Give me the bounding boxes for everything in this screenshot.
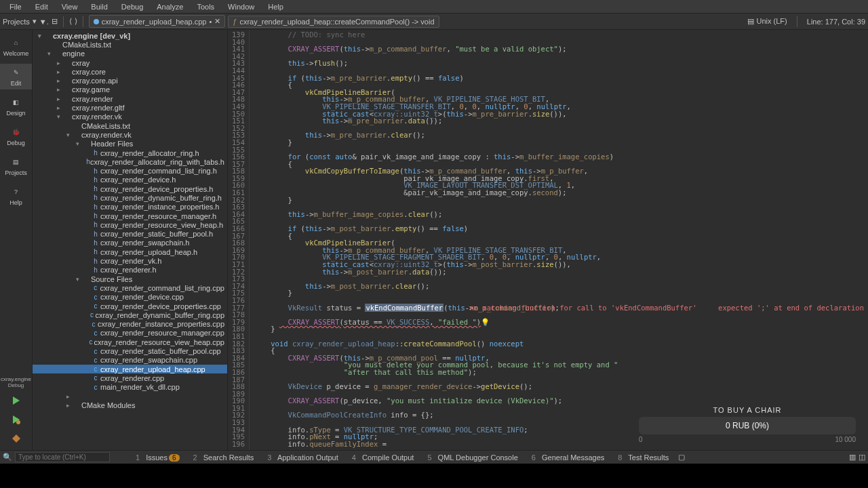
code-line[interactable]: "after that call this method"); bbox=[254, 369, 868, 376]
build-button[interactable] bbox=[9, 431, 24, 446]
tree-node[interactable]: hcxray_renderer.h bbox=[33, 266, 227, 274]
tree-node[interactable]: hcxray_render_device_properties.h bbox=[33, 184, 227, 193]
tree-node[interactable]: hcxray_render_static_buffer_pool.h bbox=[33, 230, 227, 239]
tree-node[interactable]: hcxray_render_resource_manager.h bbox=[33, 211, 227, 220]
menu-debug[interactable]: Debug bbox=[115, 1, 150, 12]
menu-build[interactable]: Build bbox=[84, 1, 114, 12]
code-line[interactable]: this->m_buffer_image_copies.clear(); bbox=[254, 211, 868, 218]
editor-tab-active[interactable]: cxray_render_upload_heap.cpp • ✕ bbox=[89, 15, 226, 28]
tree-node[interactable]: hcxray_render_allocator_ring_with_tabs.h bbox=[33, 157, 227, 166]
tree-node[interactable]: ▾ Source Files bbox=[33, 274, 227, 283]
menu-help[interactable]: Help bbox=[261, 1, 290, 12]
code-line[interactable]: for (const auto& pair_vk_image_and_image… bbox=[254, 153, 868, 161]
menu-file[interactable]: File bbox=[3, 1, 28, 12]
menu-view[interactable]: View bbox=[55, 1, 85, 12]
sidebar-toggle-icon[interactable]: ▥ bbox=[849, 453, 856, 462]
tree-node[interactable]: hcxray_render_dynamic_buffer_ring.h bbox=[33, 193, 227, 202]
tree-node[interactable]: hcxray_render_upload_heap.h bbox=[33, 247, 227, 256]
code-line[interactable]: VkDevice p_device = g_manager_render_dev… bbox=[254, 383, 868, 390]
locator-input[interactable] bbox=[15, 452, 110, 462]
code-line[interactable]: void cxray_render_upload_heap::createCom… bbox=[254, 340, 868, 348]
tree-node[interactable]: hcxray_render_swapchain.h bbox=[33, 239, 227, 247]
forward-icon[interactable]: ⟩ bbox=[75, 17, 77, 26]
code-line[interactable]: this->m_pre_barrier.clear(); bbox=[254, 131, 868, 139]
code-line[interactable]: &pair_vk_image_and_image_copy.second); bbox=[254, 189, 868, 197]
tree-node[interactable]: hcxray_render_command_list_ring.h bbox=[33, 166, 227, 175]
output-pane-tab[interactable]: 2 Search Results bbox=[185, 452, 258, 463]
code-line[interactable]: // TODO: sync here bbox=[254, 31, 868, 39]
tree-node[interactable]: ccxray_render_command_list_ring.cpp bbox=[33, 283, 227, 292]
tree-node[interactable]: CMakeLists.txt bbox=[33, 40, 227, 49]
output-pane-tab[interactable]: 3 Application Output bbox=[259, 452, 342, 463]
back-icon[interactable]: ⟨ bbox=[69, 17, 72, 26]
code-line[interactable]: CXRAY_ASSERT(this->m_p_command_buffer, "… bbox=[254, 45, 868, 53]
tree-node[interactable]: ccxray_render_device_properties.cpp bbox=[33, 302, 227, 310]
code-line[interactable]: if (this->m_pre_barrier.empty() == false… bbox=[254, 75, 868, 82]
code-line[interactable] bbox=[254, 297, 868, 304]
tree-node[interactable]: ▾ Header Files bbox=[33, 140, 227, 148]
menu-edit[interactable]: Edit bbox=[28, 1, 55, 12]
tree-node[interactable]: ▾ cxray.render.vk bbox=[33, 130, 227, 139]
close-panes-icon[interactable]: ▢ bbox=[678, 453, 685, 462]
code-line[interactable]: this->flush(); bbox=[254, 60, 868, 67]
filter-icon[interactable]: ▼. bbox=[39, 18, 49, 26]
code-line[interactable]: if (this->m_post_barrier.empty() == fals… bbox=[254, 225, 868, 232]
tree-node[interactable]: cmain_render_vk_dll.cpp bbox=[33, 383, 227, 392]
code-line[interactable]: } bbox=[254, 197, 868, 204]
tree-node[interactable]: ccxray_render_static_buffer_pool.cpp bbox=[33, 346, 227, 355]
code-line[interactable]: } bbox=[254, 139, 868, 146]
tree-node[interactable]: hcxray_render_resource_view_heap.h bbox=[33, 220, 227, 229]
tree-node[interactable]: ccxray_render_dynamic_buffer_ring.cpp bbox=[33, 310, 227, 319]
line-ending-selector[interactable]: ▤ Unix (LF) bbox=[747, 17, 787, 26]
tree-node[interactable]: ▾ cxray.render.vk bbox=[33, 113, 227, 121]
code-area[interactable]: // TODO: sync here CXRAY_ASSERT(this->m_… bbox=[250, 30, 868, 450]
menu-analyze[interactable]: Analyze bbox=[150, 1, 190, 12]
tree-node[interactable]: ▸ cxray.core bbox=[33, 67, 227, 76]
tree-node[interactable]: hcxray_render_allocator_ring.h bbox=[33, 148, 227, 157]
tree-node[interactable]: ▸ cxray.game bbox=[33, 85, 227, 94]
tree-node[interactable]: ccxray_render_resource_view_heap.cpp bbox=[33, 338, 227, 346]
menu-tools[interactable]: Tools bbox=[190, 1, 221, 12]
menu-window[interactable]: Window bbox=[221, 1, 261, 12]
code-line[interactable]: this->m_pre_barrier.data()); bbox=[254, 117, 868, 125]
output-pane-tab[interactable]: 8 Test Results bbox=[610, 452, 673, 463]
project-dropdown[interactable]: Projects bbox=[3, 18, 30, 26]
run-button[interactable] bbox=[9, 393, 24, 408]
tree-node[interactable]: hcxray_render_device.h bbox=[33, 176, 227, 184]
code-line[interactable]: this->m_post_barrier.data()); bbox=[254, 268, 868, 276]
mode-edit[interactable]: ✎Edit bbox=[0, 64, 32, 89]
tree-node[interactable]: ▸ cxray bbox=[33, 58, 227, 67]
collapse-icon[interactable]: ⊟ bbox=[52, 17, 58, 26]
tree-node[interactable]: ccxray_render_upload_heap.cpp bbox=[33, 365, 227, 373]
tree-node[interactable]: ▾ cxray.engine [dev_vk] bbox=[33, 31, 227, 40]
mode-debug[interactable]: 🐞Debug bbox=[0, 123, 32, 149]
mode-help[interactable]: ?Help bbox=[0, 183, 32, 209]
tree-node[interactable]: ccxray_render_instance_properties.cpp bbox=[33, 320, 227, 329]
tree-node[interactable]: ▸ cxray.render.gltf bbox=[33, 103, 227, 112]
mode-projects[interactable]: ▤Projects bbox=[0, 153, 32, 179]
tree-node[interactable]: ▸ cxray.render bbox=[33, 94, 227, 103]
output-pane-tab[interactable]: 6 General Messages bbox=[524, 452, 609, 463]
code-line[interactable]: } bbox=[254, 325, 868, 333]
tree-node[interactable]: ▸ cxray.core.api bbox=[33, 76, 227, 85]
output-pane-tab[interactable]: 1 Issues6 bbox=[127, 452, 184, 463]
split-toggle-icon[interactable]: ◫ bbox=[859, 453, 865, 462]
tree-node[interactable]: hcxray_render_vk.h bbox=[33, 256, 227, 265]
tree-node[interactable]: ccxray_renderer.cpp bbox=[33, 373, 227, 382]
output-pane-tab[interactable]: 4 Compile Output bbox=[344, 452, 418, 463]
code-editor[interactable]: 1391401411421431441451461471481491501511… bbox=[228, 30, 868, 450]
mode-design[interactable]: ◧Design bbox=[0, 94, 32, 119]
code-line[interactable]: VkResult status = vkEndCommandBuffer(thi… bbox=[254, 304, 868, 312]
code-line[interactable]: CXRAY_ASSERT(status == VK_SUCCESS, "fail… bbox=[254, 319, 868, 326]
tree-node[interactable]: CMakeLists.txt bbox=[33, 121, 227, 130]
tree-node[interactable]: hcxray_render_instance_properties.h bbox=[33, 203, 227, 211]
tree-node[interactable]: ▸ CMake Modules bbox=[33, 401, 227, 409]
tree-node[interactable]: ▾ engine bbox=[33, 49, 227, 58]
tree-node[interactable]: ccxray_render_swapchain.cpp bbox=[33, 356, 227, 365]
code-line[interactable]: static_cast<cxray::uint32_t>(this->m_pos… bbox=[254, 261, 868, 268]
code-line[interactable]: CXRAY_ASSERT(p_device, "you must initial… bbox=[254, 397, 868, 405]
project-tree[interactable]: ▾ cxray.engine [dev_vk] CMakeLists.txt▾ … bbox=[33, 30, 227, 450]
code-line[interactable]: this->m_post_barrier.clear(); bbox=[254, 283, 868, 290]
tree-node[interactable]: ccxray_render_device.cpp bbox=[33, 293, 227, 302]
output-pane-tab[interactable]: 5 QML Debugger Console bbox=[419, 452, 521, 463]
